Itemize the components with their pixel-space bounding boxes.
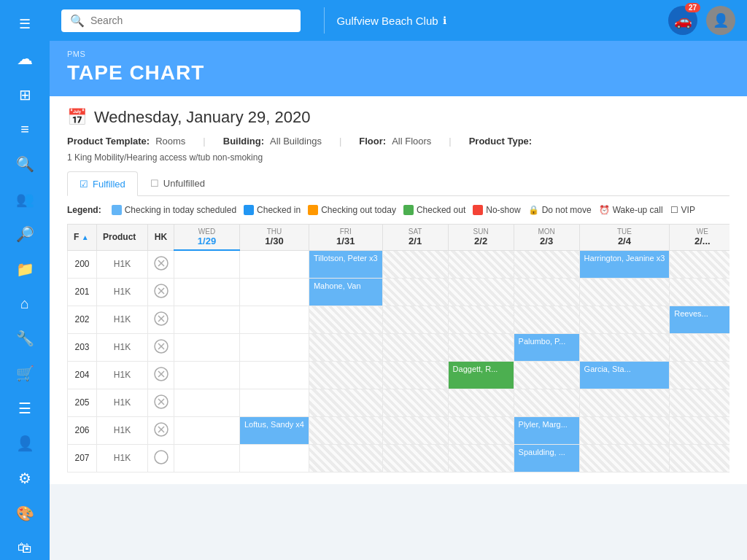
- day-cell-2_1[interactable]: [382, 306, 448, 333]
- tab-fulfilled[interactable]: ☑ Fulfilled: [67, 171, 138, 196]
- booking-cell[interactable]: Spaulding, ...: [514, 445, 579, 472]
- booking-cell[interactable]: Daggett, R...: [449, 362, 514, 389]
- day-cell-2_1[interactable]: [382, 389, 448, 416]
- sidebar-item-palette[interactable]: 🎨: [0, 496, 50, 531]
- sidebar-item-person[interactable]: 👤: [0, 426, 50, 461]
- day-cell-2_2[interactable]: Daggett, R...: [448, 361, 514, 389]
- day-cell-2_1[interactable]: [382, 444, 448, 472]
- day-cell-2_3[interactable]: [514, 306, 579, 333]
- day-cell-1_30[interactable]: [240, 306, 309, 333]
- search-bar[interactable]: 🔍: [61, 9, 301, 32]
- sidebar-item-logo[interactable]: ☁: [0, 41, 50, 77]
- sidebar-item-list[interactable]: ≡: [0, 112, 50, 147]
- day-cell-1_29[interactable]: [174, 361, 240, 389]
- day-cell-2_3[interactable]: [514, 389, 579, 416]
- day-cell-1_29[interactable]: [174, 389, 240, 416]
- day-cell-2_5[interactable]: Reeves...: [670, 306, 729, 333]
- day-cell-2_3[interactable]: Palumbo, P...: [514, 333, 579, 361]
- day-cell-2_5[interactable]: [670, 416, 729, 444]
- sidebar-item-shop[interactable]: 🛍: [0, 531, 50, 560]
- day-cell-2_2[interactable]: [448, 250, 514, 278]
- day-cell-1_30[interactable]: [240, 333, 309, 361]
- sidebar-item-settings[interactable]: ⚙: [0, 461, 50, 496]
- notification-button[interactable]: 🚗 27: [668, 6, 697, 35]
- day-cell-1_30[interactable]: Loftus, Sandy x4: [240, 416, 309, 444]
- tab-unfulfilled[interactable]: ☐ Unfulfilled: [138, 171, 217, 195]
- day-cell-2_2[interactable]: [448, 278, 514, 306]
- sidebar-item-lines[interactable]: ☰: [0, 391, 50, 426]
- day-cell-2_4[interactable]: [579, 444, 670, 472]
- booking-cell[interactable]: Loftus, Sandy x4: [240, 417, 309, 444]
- day-cell-2_5[interactable]: [670, 333, 729, 361]
- day-cell-1_29[interactable]: [174, 306, 240, 333]
- day-cell-2_4[interactable]: [579, 278, 670, 306]
- day-cell-2_3[interactable]: [514, 278, 579, 306]
- sidebar-item-folder[interactable]: 📁: [0, 252, 50, 287]
- day-cell-2_4[interactable]: [579, 333, 670, 361]
- day-cell-2_5[interactable]: [670, 361, 729, 389]
- sidebar-item-cart[interactable]: 🛒: [0, 356, 50, 391]
- room-number: 205: [68, 389, 97, 416]
- day-cell-2_1[interactable]: [382, 278, 448, 306]
- day-cell-1_29[interactable]: [174, 416, 240, 444]
- day-cell-2_1[interactable]: [382, 333, 448, 361]
- day-cell-2_5[interactable]: [670, 250, 729, 278]
- search-input[interactable]: [90, 15, 292, 26]
- day-cell-2_1[interactable]: [382, 250, 448, 278]
- day-cell-2_4[interactable]: [579, 389, 670, 416]
- empty-cell: [670, 445, 729, 472]
- day-cell-2_2[interactable]: [448, 389, 514, 416]
- day-cell-2_3[interactable]: [514, 250, 579, 278]
- booking-cell[interactable]: Garcia, Sta...: [580, 362, 670, 389]
- day-cell-1_31[interactable]: [309, 361, 382, 389]
- day-cell-2_5[interactable]: [670, 278, 729, 306]
- day-cell-1_30[interactable]: [240, 361, 309, 389]
- booking-cell[interactable]: Reeves...: [670, 306, 729, 333]
- day-cell-2_3[interactable]: Spaulding, ...: [514, 444, 579, 472]
- day-cell-2_2[interactable]: [448, 306, 514, 333]
- booking-cell[interactable]: Tillotson, Peter x3: [309, 251, 382, 278]
- sidebar-item-home[interactable]: ⌂: [0, 287, 50, 321]
- booking-cell[interactable]: Plyler, Marg...: [514, 417, 579, 444]
- booking-cell[interactable]: Harrington, Jeanine x3: [580, 251, 670, 278]
- day-cell-1_31[interactable]: [309, 416, 382, 444]
- sidebar-item-analytics[interactable]: ⊞: [0, 77, 50, 112]
- day-cell-1_30[interactable]: [240, 444, 309, 472]
- day-cell-1_31[interactable]: Mahone, Van: [309, 278, 382, 306]
- col-header-f[interactable]: F ▲: [68, 225, 97, 251]
- day-cell-1_30[interactable]: [240, 278, 309, 306]
- day-cell-2_4[interactable]: [579, 416, 670, 444]
- day-cell-2_2[interactable]: [448, 416, 514, 444]
- day-cell-1_29[interactable]: [174, 333, 240, 361]
- day-cell-2_3[interactable]: Plyler, Marg...: [514, 416, 579, 444]
- booking-cell[interactable]: Mahone, Van: [309, 279, 382, 306]
- day-cell-1_29[interactable]: [174, 250, 240, 278]
- day-cell-2_5[interactable]: [670, 389, 729, 416]
- day-cell-1_31[interactable]: Tillotson, Peter x3: [309, 250, 382, 278]
- avatar[interactable]: 👤: [706, 6, 735, 35]
- day-cell-2_2[interactable]: [448, 444, 514, 472]
- booking-cell[interactable]: Palumbo, P...: [514, 334, 579, 361]
- day-cell-2_2[interactable]: [448, 333, 514, 361]
- day-cell-2_1[interactable]: [382, 416, 448, 444]
- day-cell-1_31[interactable]: [309, 389, 382, 416]
- day-cell-2_4[interactable]: Harrington, Jeanine x3: [579, 250, 670, 278]
- day-cell-2_1[interactable]: [382, 361, 448, 389]
- day-cell-1_29[interactable]: [174, 444, 240, 472]
- day-cell-2_4[interactable]: [579, 306, 670, 333]
- sidebar-item-tools[interactable]: 🔧: [0, 321, 50, 356]
- day-cell-1_31[interactable]: [309, 444, 382, 472]
- day-cell-2_5[interactable]: [670, 444, 729, 472]
- day-cell-2_3[interactable]: [514, 361, 579, 389]
- day-cell-1_31[interactable]: [309, 306, 382, 333]
- info-icon[interactable]: ℹ: [443, 15, 446, 26]
- sidebar-item-magnify[interactable]: 🔎: [0, 217, 50, 252]
- sidebar-item-dashboard[interactable]: ☰: [0, 7, 50, 41]
- sidebar-item-groups[interactable]: 👥: [0, 182, 50, 217]
- day-cell-2_4[interactable]: Garcia, Sta...: [579, 361, 670, 389]
- day-cell-1_29[interactable]: [174, 278, 240, 306]
- sidebar-item-search[interactable]: 🔍: [0, 147, 50, 182]
- day-cell-1_31[interactable]: [309, 333, 382, 361]
- day-cell-1_30[interactable]: [240, 389, 309, 416]
- day-cell-1_30[interactable]: [240, 250, 309, 278]
